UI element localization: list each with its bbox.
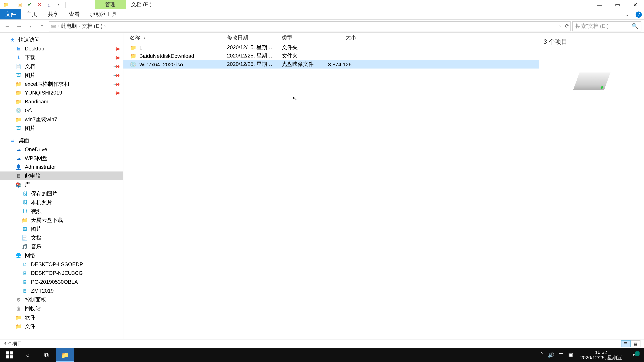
tree-item[interactable]: 🖥Desktop📌: [0, 44, 123, 53]
action-center-button[interactable]: ▭ 3: [629, 352, 641, 358]
tree-item[interactable]: 🖼图片: [0, 225, 123, 233]
search-box[interactable]: 搜索"文档 (E:)" 🔍: [572, 21, 641, 31]
context-tab-manage[interactable]: 管理: [94, 0, 126, 9]
tree-item[interactable]: 🖥DESKTOP-NJEU3CG: [0, 269, 123, 278]
tree-item[interactable]: 👤Administrator: [0, 163, 123, 172]
tree-item[interactable]: 🖥PC-20190530OBLA: [0, 278, 123, 286]
tree-item[interactable]: 🖼图片: [0, 124, 123, 133]
tree-item[interactable]: 📄文档📌: [0, 62, 123, 71]
file-row[interactable]: 📁BaiduNetdiskDownload2020/12/25, 星期五 1..…: [124, 52, 539, 60]
col-date[interactable]: 修改日期: [221, 34, 276, 41]
tab-share[interactable]: 共享: [42, 9, 64, 19]
col-type[interactable]: 类型: [276, 34, 320, 41]
tree-item-label: 桌面: [18, 137, 29, 144]
tree-item[interactable]: 📁天翼云盘下载: [0, 216, 123, 225]
crumb-leaf[interactable]: 文档 (E:): [82, 22, 102, 30]
app-icon[interactable]: 📁: [2, 0, 11, 9]
tab-home[interactable]: 主页: [21, 9, 42, 19]
tree-item[interactable]: 📁win7重装win7: [0, 115, 123, 124]
tree-item[interactable]: ☁WPS网盘: [0, 154, 123, 163]
tray-ime-indicator[interactable]: 中: [558, 351, 564, 359]
tree-item[interactable]: 📁文件: [0, 322, 123, 331]
notification-badge: 3: [635, 352, 640, 356]
search-button[interactable]: ○: [18, 348, 37, 362]
nav-up-button[interactable]: ↑: [37, 21, 47, 31]
tree-item[interactable]: 📁YUNQISHI2019📌: [0, 88, 123, 97]
tree-item[interactable]: 🖥ZMT2019: [0, 286, 123, 295]
tray-overflow-icon[interactable]: ˄: [540, 352, 543, 358]
breadcrumb-bar[interactable]: 🖴 › 此电脑 › 文档 (E:) › ⌄ ⟳: [49, 21, 570, 31]
file-list[interactable]: 名称▲ 修改日期 类型 大小 📁12020/12/15, 星期二 1...文件夹…: [124, 33, 539, 339]
tree-item-icon: 🖼: [21, 190, 28, 197]
refresh-icon[interactable]: ⟳: [565, 23, 569, 29]
chevron-right-icon[interactable]: ›: [79, 24, 80, 28]
nav-forward-button[interactable]: →: [14, 21, 24, 31]
tree-item[interactable]: 📁软件: [0, 313, 123, 322]
tree-item[interactable]: ★快速访问: [0, 35, 123, 44]
qat-btn-properties[interactable]: ▣: [16, 0, 24, 9]
tree-item[interactable]: 🖥此电脑: [0, 171, 123, 180]
col-size[interactable]: 大小: [320, 34, 360, 41]
tree-item[interactable]: 🌐网络: [0, 251, 123, 260]
nav-history-dropdown[interactable]: ▾: [26, 21, 36, 31]
view-details-button[interactable]: ☰: [621, 340, 631, 347]
ribbon-expand-button[interactable]: ⌄: [620, 9, 633, 19]
mouse-cursor: ↖: [292, 94, 298, 102]
qat-dropdown[interactable]: ▾: [54, 0, 63, 9]
column-headers[interactable]: 名称▲ 修改日期 类型 大小: [124, 33, 539, 43]
nav-tree[interactable]: ★快速访问🖥Desktop📌⬇下载📌📄文档📌🖼图片📌📁excel表格制作求和📌📁…: [0, 33, 124, 339]
start-button[interactable]: [0, 348, 18, 362]
chevron-right-icon[interactable]: ›: [104, 24, 106, 28]
tree-item-icon: 🗑: [15, 305, 22, 312]
tab-view[interactable]: 查看: [64, 9, 85, 19]
tree-item[interactable]: 💿G:\: [0, 106, 123, 115]
qat-btn-undo[interactable]: ⎌: [44, 0, 54, 9]
tree-item[interactable]: 🖼保存的图片: [0, 189, 123, 198]
col-name[interactable]: 名称▲: [124, 34, 221, 41]
taskbar[interactable]: ○ ⧉ 📁 ˄ 🔊 中 ▣ 16:32 2020/12/25, 星期五 ▭ 3: [0, 348, 644, 362]
taskbar-file-explorer[interactable]: 📁: [56, 348, 74, 362]
view-icons-button[interactable]: ▦: [631, 340, 640, 347]
tree-item[interactable]: 🖥DESKTOP-LSSOEDP: [0, 260, 123, 269]
minimize-button[interactable]: —: [591, 0, 608, 9]
drive-icon: 🖴: [51, 23, 56, 29]
tab-drive-tools[interactable]: 驱动器工具: [85, 9, 122, 19]
tray-security-icon[interactable]: ▣: [568, 352, 573, 358]
crumb-root[interactable]: 此电脑: [61, 22, 77, 30]
tree-item[interactable]: 📁excel表格制作求和📌: [0, 80, 123, 88]
tree-item-icon: ☁: [15, 155, 22, 162]
tree-item[interactable]: 📁Bandicam: [0, 97, 123, 106]
maximize-button[interactable]: ▭: [608, 0, 626, 9]
task-view-button[interactable]: ⧉: [37, 348, 56, 362]
tree-item[interactable]: ☁OneDrive: [0, 145, 123, 154]
tree-item[interactable]: ⬇下载📌: [0, 53, 123, 62]
close-button[interactable]: ✕: [626, 0, 644, 9]
tree-item[interactable]: 🖥桌面: [0, 136, 123, 145]
tree-item-icon: ☁: [15, 146, 22, 153]
tree-item[interactable]: 🗑回收站: [0, 304, 123, 313]
tree-item[interactable]: ⚙控制面板: [0, 295, 123, 304]
history-dropdown-icon[interactable]: ⌄: [559, 23, 562, 29]
tray-volume-icon[interactable]: 🔊: [548, 352, 554, 358]
window-controls: — ▭ ✕: [591, 0, 644, 9]
tree-item[interactable]: 🎵音乐: [0, 242, 123, 251]
nav-back-button[interactable]: ←: [3, 21, 12, 31]
file-row[interactable]: 📁12020/12/15, 星期二 1...文件夹: [124, 43, 539, 52]
tree-item-label: win7重装win7: [25, 116, 57, 123]
tree-item[interactable]: 📄文档: [0, 233, 123, 242]
qat-btn-delete[interactable]: ✕: [35, 0, 44, 9]
tab-file[interactable]: 文件: [0, 9, 21, 19]
help-button[interactable]: ?: [634, 9, 644, 19]
search-icon[interactable]: 🔍: [632, 23, 638, 29]
qat-btn-check[interactable]: ✔: [25, 0, 34, 9]
file-row[interactable]: 💿Win7x64_2020.iso2020/12/25, 星期五 1...光盘映…: [124, 60, 539, 68]
tree-item[interactable]: 🎞视频: [0, 207, 123, 216]
chevron-right-icon[interactable]: ›: [58, 24, 59, 28]
tree-item[interactable]: 🖼本机照片: [0, 198, 123, 207]
tree-item-icon: 🖼: [15, 71, 22, 79]
help-icon: ?: [636, 11, 642, 17]
tree-item[interactable]: 📚库: [0, 180, 123, 189]
tree-item-label: 文件: [25, 323, 36, 330]
tray-clock[interactable]: 16:32 2020/12/25, 星期五: [578, 350, 624, 360]
tree-item[interactable]: 🖼图片📌: [0, 71, 123, 80]
